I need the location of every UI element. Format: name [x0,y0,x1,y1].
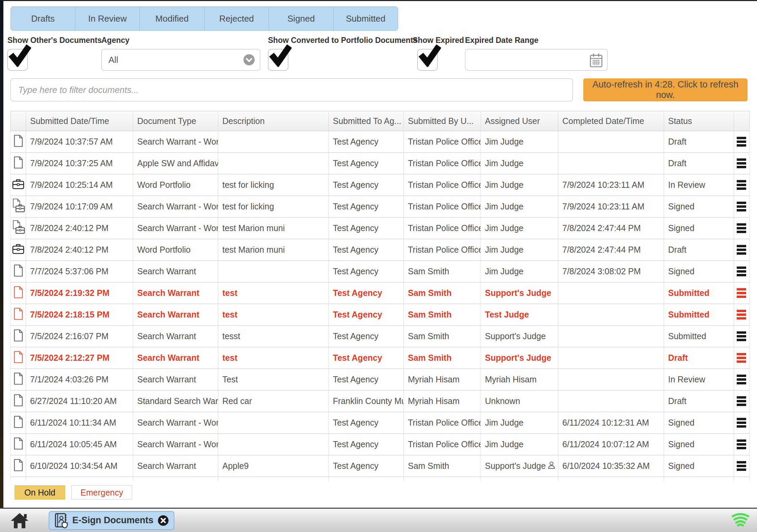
cell-submitted-by-user: Sam Smith [404,347,481,369]
cell-document-type: Search Warrant [133,261,218,282]
cell-submitted-by-user: Sam Smith [404,261,481,282]
row-menu-icon[interactable] [737,310,747,320]
tab-signed[interactable]: Signed [269,7,334,30]
row-menu-icon[interactable] [737,180,747,190]
cell-submitted-to-agency: Test Agency [329,455,404,477]
row-menu-icon[interactable] [737,137,747,147]
chevron-down-icon [243,54,255,66]
cell-document-type: Search Warrant [133,304,218,326]
auto-refresh-button[interactable]: Auto-refresh in 4:28. Click to refresh n… [583,78,748,101]
show-converted-checkbox[interactable] [268,49,288,71]
table-row: 6/27/2024 11:10:20 AMStandard Search War… [11,390,750,412]
esign-documents-tab[interactable]: E-Sign Documents [49,511,174,530]
document-portfolio-icon [11,196,26,218]
calendar-icon[interactable] [589,53,603,70]
cell-description: Red car [218,390,329,412]
cell-description: Apple9 [218,455,329,477]
cell-description: test [218,304,329,326]
cell-submitted-datetime: 7/1/2024 4:03:26 PM [26,369,133,390]
cell-submitted-by-user: Tristan Police Office [404,131,481,153]
cell-completed-datetime: 7/8/2024 2:47:44 PM [558,218,664,239]
cell-description: test for licking [218,196,329,218]
column-header-submitted-to-ag[interactable]: Submitted To Ag... [329,111,404,131]
row-menu-icon[interactable] [737,267,747,276]
cell-completed-datetime [558,326,664,347]
row-menu-icon[interactable] [737,353,747,363]
cell-submitted-to-agency: Test Agency [329,196,404,218]
agency-select[interactable]: All [101,49,260,71]
expired-range-label: Expired Date Range [465,36,608,45]
cell-completed-datetime [558,282,664,304]
cell-document-type: Search Warrant [133,326,218,347]
cell-status: Submitted [664,326,734,347]
document-icon [11,326,26,347]
cell-status: Signed [664,434,734,455]
table-row: 7/9/2024 10:25:14 AMWord Portfoliotest f… [11,174,750,196]
cell-status: Draft [664,390,734,412]
taskbar: E-Sign Documents [0,508,757,532]
table-row: 7/1/2024 4:03:26 PMSearch WarrantTestTes… [11,369,750,390]
row-menu-icon[interactable] [737,418,747,428]
partial-cell [133,477,218,482]
row-menu-icon[interactable] [737,331,747,341]
search-input[interactable] [10,78,573,101]
desktop-edge [0,0,3,532]
table-row: 7/5/2024 2:19:32 PMSearch WarranttestTes… [11,282,750,304]
cell-status: Submitted [664,304,734,326]
cell-assigned-user: Jim Judge [481,218,558,239]
row-menu-icon[interactable] [737,288,747,298]
cell-submitted-datetime: 7/5/2024 2:19:32 PM [26,282,133,304]
column-header-description[interactable]: Description [218,111,329,131]
partial-cell [218,477,329,482]
cell-assigned-user: Jim Judge [481,196,558,218]
column-header-submitted-by-u[interactable]: Submitted By U... [404,111,481,131]
cell-submitted-by-user: Tristan Police Office [404,196,481,218]
cell-description [218,434,329,455]
tab-modified[interactable]: Modified [140,7,204,30]
row-menu-icon[interactable] [737,439,747,449]
show-expired-checkbox[interactable] [417,49,438,71]
partial-cell [404,477,481,482]
column-header-submitted-date-time[interactable]: Submitted Date/Time [26,111,133,131]
cell-submitted-to-agency: Test Agency [329,304,404,326]
emergency-button[interactable]: Emergency [71,485,132,500]
expired-range-input[interactable] [465,49,608,71]
cell-status: In Review [664,369,734,390]
row-menu-icon[interactable] [737,461,747,471]
row-menu-icon[interactable] [737,245,747,255]
cell-submitted-to-agency: Test Agency [329,261,404,282]
cell-submitted-to-agency: Test Agency [329,153,404,174]
column-header-document-type[interactable]: Document Type [133,111,218,131]
home-button[interactable] [10,512,29,529]
on-hold-button[interactable]: On Hold [15,485,65,500]
tab-rejected[interactable]: Rejected [204,7,269,30]
cell-submitted-to-agency: Test Agency [329,174,404,196]
row-menu-icon[interactable] [737,223,747,233]
show-others-label: Show Other's Documents [7,36,102,45]
wifi-icon [731,513,750,528]
cell-assigned-user: Unknown [481,390,558,412]
row-menu-icon[interactable] [737,396,747,406]
cell-submitted-to-agency: Test Agency [329,412,404,434]
column-header-status[interactable]: Status [664,111,734,131]
cell-submitted-to-agency: Test Agency [329,218,404,239]
row-menu-cell [734,326,750,347]
column-header-assigned-user[interactable]: Assigned User [481,111,558,131]
cell-description: tesst [218,326,329,347]
tab-drafts[interactable]: Drafts [11,7,75,30]
filter-expired-range: Expired Date Range [465,36,608,71]
row-menu-cell [734,282,750,304]
document-icon [11,390,26,412]
cell-submitted-datetime: 7/9/2024 10:25:14 AM [26,174,133,196]
row-menu-cell [734,347,750,369]
close-icon[interactable] [157,515,169,526]
tab-submitted[interactable]: Submitted [334,7,398,30]
row-menu-icon[interactable] [737,202,747,211]
show-others-checkbox[interactable] [7,49,28,71]
row-menu-icon[interactable] [737,375,747,384]
tab-in-review[interactable]: In Review [75,7,140,30]
column-header-completed-date-time[interactable]: Completed Date/Time [558,111,664,131]
row-menu-icon[interactable] [737,158,747,168]
document-portfolio-icon [11,218,26,239]
cell-assigned-user: Myriah Hisam [481,369,558,390]
